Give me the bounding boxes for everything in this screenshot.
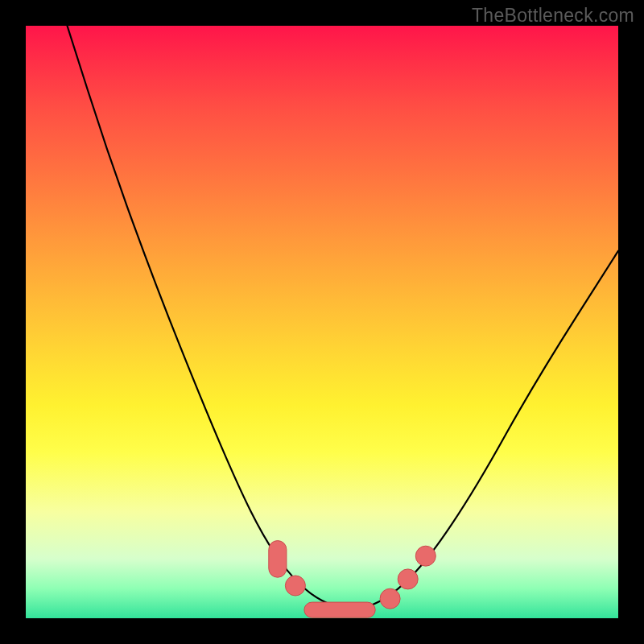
- marker-dot: [380, 588, 400, 609]
- chart-stage: TheBottleneck.com: [0, 0, 644, 644]
- chart-overlay-svg: [26, 26, 618, 618]
- marker-pill: [304, 602, 375, 617]
- marker-dot: [285, 576, 305, 596]
- marker-dot: [398, 569, 418, 589]
- bottleneck-curve: [68, 26, 619, 611]
- marker-dot: [415, 546, 436, 566]
- plot-area: [26, 26, 618, 618]
- watermark-text: TheBottleneck.com: [472, 5, 634, 27]
- markers-group: [269, 541, 436, 618]
- marker-pill: [269, 541, 287, 578]
